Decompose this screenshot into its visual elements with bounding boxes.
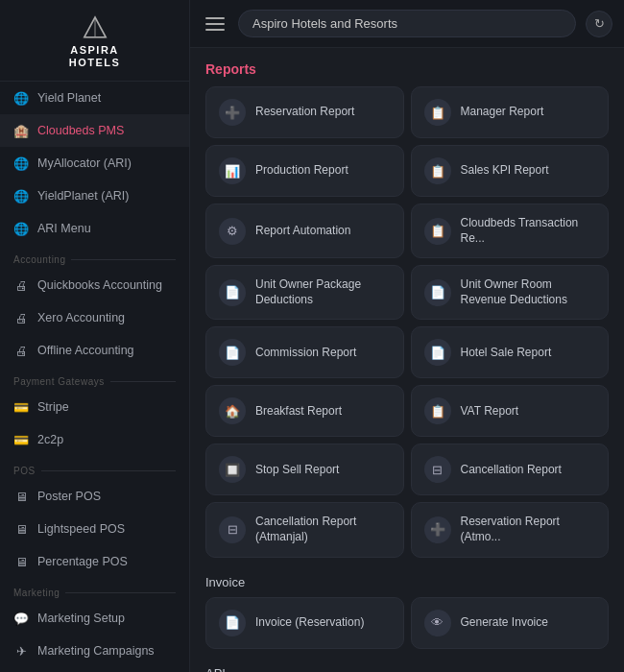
card-label-report-automation: Report Automation [255, 224, 350, 239]
quickbooks-icon: 🖨 [13, 277, 29, 293]
hotel-sale-report-icon: 📄 [424, 339, 451, 366]
ari-menu-icon: 🌐 [13, 221, 29, 236]
card-stop-sell-report[interactable]: 🔲 Stop Sell Report [205, 444, 404, 495]
api-title: API [205, 666, 609, 672]
main-area: ↻ Reports ➕ Reservation Report 📋 Manager… [190, 0, 624, 672]
card-hotel-sale-report[interactable]: 📄 Hotel Sale Report [411, 326, 610, 378]
yieldplanet-ari-icon: 🌐 [13, 188, 29, 204]
sidebar-label-yield-planet: Yield Planet [37, 91, 101, 105]
card-label-breakfast-report: Breakfast Report [255, 404, 342, 420]
card-label-reservation-report: Reservation Report [255, 105, 354, 120]
card-generate-invoice[interactable]: 👁 Generate Invoice [411, 597, 610, 649]
sidebar-item-2c2p[interactable]: 💳 2c2p [0, 423, 189, 456]
section-label-payment-gateways: Payment Gateways [0, 367, 189, 391]
card-vat-report[interactable]: 📋 VAT Report [411, 385, 610, 437]
sidebar: ASPIRA HOTELS 🌐 Yield Planet 🏨 Cloudbeds… [0, 0, 190, 672]
card-sales-kpi-report[interactable]: 📋 Sales KPI Report [411, 145, 610, 197]
card-cloudbeds-transaction[interactable]: 📋 Cloudbeds Transaction Re... [411, 204, 610, 258]
sidebar-item-cloudbeds-pms[interactable]: 🏨 Cloudbeds PMS [0, 114, 189, 147]
sidebar-item-xero[interactable]: 🖨 Xero Accounting [0, 301, 189, 334]
invoice-title: Invoice [205, 575, 609, 589]
search-input[interactable] [252, 16, 562, 31]
card-unit-owner-package[interactable]: 📄 Unit Owner Package Deductions [205, 265, 404, 320]
card-reservation-atmo[interactable]: ➕ Reservation Report (Atmo... [411, 502, 610, 557]
card-label-invoice-reservation: Invoice (Reservation) [255, 615, 364, 631]
card-label-cancellation-atmanjal: Cancellation Report (Atmanjal) [255, 515, 391, 544]
sidebar-label-myallocator: MyAllocator (ARI) [37, 156, 132, 170]
yield-planet-icon: 🌐 [13, 90, 29, 106]
sidebar-item-poster-pos[interactable]: 🖥 Poster POS [0, 480, 189, 513]
myallocator-icon: 🌐 [13, 156, 29, 171]
production-report-icon: 📊 [219, 157, 246, 184]
manager-report-icon: 📋 [424, 99, 451, 126]
unit-owner-room-icon: 📄 [424, 279, 451, 306]
sidebar-label-poster-pos: Poster POS [37, 490, 101, 503]
sidebar-label-marketing-campaigns: Marketing Campaigns [37, 644, 155, 658]
card-cancellation-atmanjal[interactable]: ⊟ Cancellation Report (Atmanjal) [205, 502, 404, 557]
sidebar-item-stripe[interactable]: 💳 Stripe [0, 391, 189, 423]
card-label-stop-sell-report: Stop Sell Report [255, 463, 339, 478]
card-manager-report[interactable]: 📋 Manager Report [411, 86, 610, 138]
invoice-section: Invoice 📄 Invoice (Reservation) 👁 Genera… [205, 575, 609, 649]
vat-report-icon: 📋 [424, 397, 451, 424]
hamburger-button[interactable] [202, 11, 228, 37]
card-invoice-reservation[interactable]: 📄 Invoice (Reservation) [205, 597, 404, 649]
reservation-report-icon: ➕ [219, 99, 246, 126]
card-label-production-report: Production Report [255, 163, 348, 179]
card-breakfast-report[interactable]: 🏠 Breakfast Report [205, 385, 404, 437]
xero-icon: 🖨 [13, 310, 29, 325]
offline-accounting-icon: 🖨 [13, 343, 29, 358]
sidebar-label-xero: Xero Accounting [37, 311, 125, 324]
sidebar-item-marketing-campaigns[interactable]: ✈ Marketing Campaigns [0, 635, 189, 667]
section-label-marketing: Marketing [0, 578, 189, 602]
card-reservation-report[interactable]: ➕ Reservation Report [205, 86, 404, 138]
sidebar-item-myallocator[interactable]: 🌐 MyAllocator (ARI) [0, 147, 189, 180]
sidebar-item-marketing-setup[interactable]: 💬 Marketing Setup [0, 602, 189, 635]
card-label-manager-report: Manager Report [461, 105, 544, 120]
sidebar-item-quickbooks[interactable]: 🖨 Quickbooks Accounting [0, 269, 189, 301]
card-label-vat-report: VAT Report [461, 404, 519, 420]
sidebar-item-ari-menu[interactable]: 🌐 ARI Menu [0, 212, 189, 245]
card-label-unit-owner-package: Unit Owner Package Deductions [255, 277, 391, 307]
sidebar-label-lightspeed-pos: Lightspeed POS [37, 522, 125, 536]
sidebar-item-percentage-pos[interactable]: 🖥 Percentage POS [0, 545, 189, 578]
cancellation-atmanjal-icon: ⊟ [219, 516, 246, 543]
logo-area: ASPIRA HOTELS [0, 0, 189, 82]
card-commission-report[interactable]: 📄 Commission Report [205, 326, 404, 378]
unit-owner-package-icon: 📄 [219, 279, 246, 306]
sidebar-item-lightspeed-pos[interactable]: 🖥 Lightspeed POS [0, 513, 189, 545]
card-label-unit-owner-room: Unit Owner Room Revenue Deductions [461, 277, 596, 307]
refresh-button[interactable]: ↻ [586, 11, 612, 37]
sidebar-item-yield-planet[interactable]: 🌐 Yield Planet [0, 82, 189, 114]
sidebar-label-stripe: Stripe [37, 400, 69, 414]
reports-section: Reports ➕ Reservation Report 📋 Manager R… [205, 61, 609, 558]
sidebar-item-offline-accounting[interactable]: 🖨 Offline Accounting [0, 334, 189, 367]
lightspeed-pos-icon: 🖥 [13, 521, 29, 537]
card-label-cancellation-report: Cancellation Report [461, 463, 562, 478]
topbar: ↻ [190, 0, 624, 48]
card-unit-owner-room[interactable]: 📄 Unit Owner Room Revenue Deductions [411, 265, 610, 320]
card-label-commission-report: Commission Report [255, 346, 356, 361]
card-production-report[interactable]: 📊 Production Report [205, 145, 404, 197]
sidebar-label-percentage-pos: Percentage POS [37, 555, 128, 568]
sidebar-label-marketing-setup: Marketing Setup [37, 612, 125, 625]
card-cancellation-report[interactable]: ⊟ Cancellation Report [411, 444, 610, 495]
card-label-reservation-atmo: Reservation Report (Atmo... [461, 515, 596, 544]
report-automation-icon: ⚙ [219, 218, 246, 245]
section-label-accounting: Accounting [0, 245, 189, 269]
stripe-icon: 💳 [13, 399, 29, 415]
sidebar-label-cloudbeds-pms: Cloudbeds PMS [37, 124, 124, 137]
card-label-hotel-sale-report: Hotel Sale Report [461, 346, 552, 361]
sidebar-label-yieldplanet-ari: YieldPlanet (ARI) [37, 189, 129, 203]
stop-sell-report-icon: 🔲 [219, 456, 246, 483]
card-label-sales-kpi-report: Sales KPI Report [461, 163, 549, 179]
reservation-atmo-icon: ➕ [424, 516, 451, 543]
sidebar-item-yieldplanet-ari[interactable]: 🌐 YieldPlanet (ARI) [0, 180, 189, 212]
card-report-automation[interactable]: ⚙ Report Automation [205, 204, 404, 258]
marketing-campaigns-icon: ✈ [13, 643, 29, 659]
sidebar-label-2c2p: 2c2p [37, 433, 63, 446]
percentage-pos-icon: 🖥 [13, 554, 29, 569]
content-area: Reports ➕ Reservation Report 📋 Manager R… [190, 48, 624, 672]
poster-pos-icon: 🖥 [13, 489, 29, 504]
card-label-cloudbeds-transaction: Cloudbeds Transaction Re... [461, 216, 596, 246]
